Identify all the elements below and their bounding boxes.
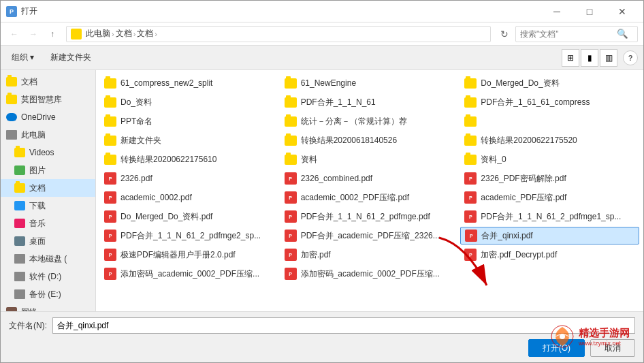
pdf-icon: P xyxy=(465,230,477,242)
sidebar-item-pictures[interactable]: 图片 xyxy=(1,161,95,179)
sidebar: 文档 莫图智慧库 OneDrive 此电脑 Videos 图片 xyxy=(1,70,96,311)
breadcrumb-docs1[interactable]: 文档 xyxy=(116,28,132,40)
back-button[interactable]: ← xyxy=(6,26,22,42)
list-item[interactable]: P Do_Merged_Do_资料.pdf xyxy=(100,208,279,225)
sidebar-item-music[interactable]: 音乐 xyxy=(1,215,95,232)
list-item[interactable]: 资料 xyxy=(280,151,460,168)
minimize-button[interactable]: ─ xyxy=(541,1,573,22)
sidebar-item-thispc[interactable]: 此电脑 xyxy=(1,126,95,144)
list-item[interactable]: P academic_PDF压缩.pdf xyxy=(460,189,639,206)
list-item[interactable]: 统计－分离－（常规计算）荐 xyxy=(280,112,460,130)
sidebar-item-label: 本地磁盘 ( xyxy=(29,253,67,265)
list-item[interactable]: 资料_0 xyxy=(460,151,639,168)
list-item[interactable]: 61_compress_new2_split xyxy=(100,74,279,92)
sidebar-item-label: 桌面 xyxy=(29,236,46,247)
organize-dropdown[interactable]: 组织 ▾ xyxy=(6,49,39,67)
pdf-icon: P xyxy=(285,249,297,261)
grid-view-button[interactable]: ⊞ xyxy=(562,49,579,67)
list-item[interactable]: P 2326_combined.pdf xyxy=(280,170,460,187)
pdf-icon: P xyxy=(285,210,297,223)
organize-button[interactable]: 组织 ▾ xyxy=(6,49,39,67)
list-item[interactable]: 61_NewEngine xyxy=(280,74,460,92)
file-name: 加密.pdf xyxy=(301,249,455,261)
refresh-button[interactable]: ↻ xyxy=(496,26,513,42)
dialog-window: P 打开 ─ □ ✕ ← → ↑ 此电脑 › 文档 › 文档 › ↻ 🔍 xyxy=(0,0,644,363)
pdf-icon: P xyxy=(464,191,477,204)
window-title: 打开 xyxy=(21,5,37,17)
pdf-icon: P xyxy=(104,249,116,261)
cancel-button[interactable]: 取消 xyxy=(590,339,635,357)
pdf-icon: P xyxy=(464,249,477,261)
list-item[interactable]: P 添加密码_academic_0002_PDF压缩... xyxy=(100,265,279,283)
title-bar-left: P 打开 xyxy=(6,5,37,17)
breadcrumb-docs2[interactable]: 文档 xyxy=(137,28,153,40)
open-button[interactable]: 打开(O) xyxy=(528,339,585,357)
sidebar-item-documents2[interactable]: 文档 xyxy=(1,179,95,197)
help-button[interactable]: ? xyxy=(623,50,638,65)
sidebar-item-diske[interactable]: 备份 (E:) xyxy=(1,285,95,303)
list-item[interactable]: 新建文件夹 xyxy=(100,131,279,149)
title-bar: P 打开 ─ □ ✕ xyxy=(1,1,643,22)
sidebar-item-localdisk[interactable]: 本地磁盘 ( xyxy=(1,250,95,268)
sidebar-item-network[interactable]: 网络 xyxy=(1,303,95,311)
list-item[interactable] xyxy=(460,112,639,130)
list-item[interactable]: 转换结果20200618140526 xyxy=(280,131,460,149)
list-item[interactable]: P 加密.pdf xyxy=(280,246,460,264)
list-item[interactable]: 转换结果20200622175610 xyxy=(100,151,279,168)
sidebar-item-downloads[interactable]: 下载 xyxy=(1,197,95,215)
close-button[interactable]: ✕ xyxy=(607,1,638,22)
list-item[interactable]: PDF合并_1_61_61_compress xyxy=(460,93,639,111)
list-item[interactable]: P 2326.pdf xyxy=(100,170,279,187)
list-item[interactable]: 转换结果20200622175520 xyxy=(460,131,639,149)
list-view-button[interactable]: ▮ xyxy=(581,49,598,67)
list-item[interactable]: PPT命名 xyxy=(100,112,279,130)
file-name: academic_0002_PDF压缩.pdf xyxy=(301,192,455,204)
folder-icon xyxy=(285,97,297,108)
main-content: 文档 莫图智慧库 OneDrive 此电脑 Videos 图片 xyxy=(1,70,643,311)
pdf-icon: P xyxy=(104,172,116,185)
folder-icon xyxy=(285,155,297,165)
sidebar-item-label: 此电脑 xyxy=(21,129,46,141)
list-item[interactable]: P 极速PDF编辑器用户手册2.0.pdf xyxy=(100,246,279,264)
sidebar-item-videos[interactable]: Videos xyxy=(1,144,95,161)
search-button[interactable]: 🔍 xyxy=(615,27,629,41)
breadcrumb-pc[interactable]: 此电脑 xyxy=(86,28,110,40)
list-item[interactable]: PDF合并_1_1_N_61 xyxy=(280,93,460,111)
sidebar-item-label: 下载 xyxy=(29,200,46,212)
details-view-button[interactable]: ▥ xyxy=(600,49,617,67)
list-item[interactable]: P academic_0002.pdf xyxy=(100,189,279,206)
list-item[interactable]: P PDF合并_1_1_N_61_2_pdfmge1_sp... xyxy=(460,208,639,225)
new-folder-button[interactable]: 新建文件夹 xyxy=(45,49,97,67)
search-input[interactable] xyxy=(520,29,615,39)
folder-icon xyxy=(285,136,297,146)
file-name: 转换结果20200622175610 xyxy=(120,154,275,165)
folder-icon xyxy=(104,155,116,165)
list-item[interactable]: P PDF合并_1_1_N_61_2_pdfmge2_sp... xyxy=(100,227,279,244)
list-item[interactable]: P PDF合并_academic_PDF压缩_2326... xyxy=(280,227,460,244)
file-name: PDF合并_1_1_N_61_2_pdfmge1_sp... xyxy=(481,211,635,223)
filename-input[interactable] xyxy=(52,317,635,334)
maximize-button[interactable]: □ xyxy=(574,1,605,22)
sidebar-item-label: 备份 (E:) xyxy=(29,289,61,300)
list-item[interactable]: Do_资料 xyxy=(100,93,279,111)
sidebar-item-motuzhiku[interactable]: 莫图智慧库 xyxy=(1,91,95,108)
bottom-bar: 文件名(N): 打开(O) 取消 xyxy=(1,311,643,362)
list-item[interactable]: P 2326_PDF密码解除.pdf xyxy=(460,170,639,187)
forward-button[interactable]: → xyxy=(25,26,42,42)
music-icon xyxy=(14,219,25,228)
sidebar-item-desktop[interactable]: 桌面 xyxy=(1,232,95,250)
file-name: 61_NewEngine xyxy=(301,78,455,88)
list-item[interactable]: P 添加密码_academic_0002_PDF压缩... xyxy=(280,265,460,283)
up-button[interactable]: ↑ xyxy=(44,26,61,42)
list-item[interactable]: Do_Merged_Do_资料 xyxy=(460,74,639,92)
pdf-icon: P xyxy=(285,172,297,185)
list-item[interactable]: P 加密.pdf_Decrypt.pdf xyxy=(460,246,639,264)
file-name: 添加密码_academic_0002_PDF压缩... xyxy=(120,268,275,280)
folder-icon xyxy=(285,78,297,89)
sidebar-item-diskd[interactable]: 软件 (D:) xyxy=(1,268,95,285)
list-item-selected[interactable]: P 合并_qinxi.pdf xyxy=(460,227,639,244)
sidebar-item-onedrive[interactable]: OneDrive xyxy=(1,108,95,126)
list-item[interactable]: P PDF合并_1_1_N_61_2_pdfmge.pdf xyxy=(280,208,460,225)
sidebar-item-documents1[interactable]: 文档 xyxy=(1,73,95,91)
list-item[interactable]: P academic_0002_PDF压缩.pdf xyxy=(280,189,460,206)
